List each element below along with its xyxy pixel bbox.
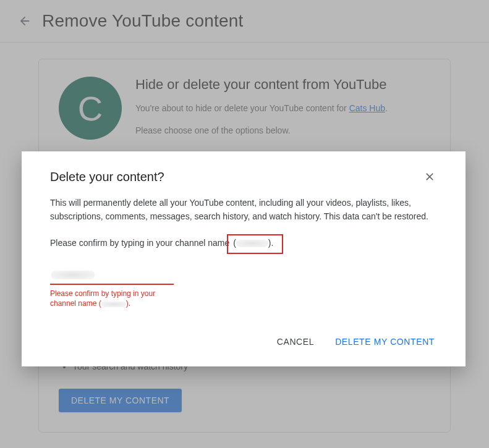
dialog-confirm-instruction: Please confirm by typing in your channel… — [50, 234, 437, 254]
error-post: ). — [126, 299, 130, 308]
close-icon[interactable] — [423, 171, 437, 184]
confirm-field-wrap: Please confirm by typing in your channel… — [50, 268, 174, 308]
redacted-error-name — [101, 302, 126, 307]
delete-content-dialog: Delete your content? This will permanent… — [22, 151, 466, 366]
dialog-body: This will permanently delete all your Yo… — [50, 197, 437, 254]
confirm-delete-button[interactable]: DELETE MY CONTENT — [333, 333, 437, 350]
channel-name-input[interactable] — [50, 268, 174, 285]
cancel-button[interactable]: CANCEL — [274, 333, 317, 350]
confirm-pre: Please confirm by typing in your channel… — [50, 238, 232, 248]
redacted-input-value — [51, 271, 95, 279]
redacted-channel-name — [236, 240, 268, 247]
field-error-text: Please confirm by typing in your channel… — [50, 289, 174, 308]
confirm-post: ). — [268, 238, 274, 248]
dialog-title: Delete your content? — [50, 170, 164, 184]
dialog-warning-text: This will permanently delete all your Yo… — [50, 197, 437, 223]
dialog-actions: CANCEL DELETE MY CONTENT — [50, 333, 437, 350]
channel-name-callout: (). — [227, 234, 283, 254]
